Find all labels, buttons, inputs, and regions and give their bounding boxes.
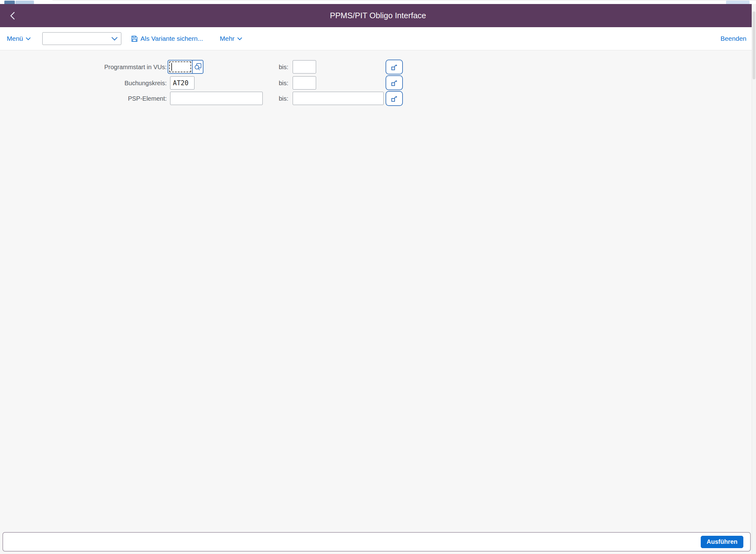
programmstart-von-field[interactable] (168, 60, 203, 74)
psp-element-label: PSP-Element: (31, 92, 167, 105)
psp-element-bis-label: bis: (266, 92, 288, 105)
buchungskreis-bis-input[interactable] (293, 76, 316, 90)
programmstart-bis-label: bis: (266, 60, 288, 74)
browser-tab-strip (0, 0, 756, 4)
exit-button-label: Beenden (720, 35, 746, 42)
execute-button[interactable]: Ausführen (701, 536, 743, 548)
chevron-down-icon (237, 37, 242, 41)
footer-message-bar: Ausführen (2, 532, 751, 552)
menu-button-label: Menü (7, 35, 23, 42)
more-button-label: Mehr (220, 35, 235, 42)
form-row-programmstart: Programmstart in VUs: bis: (0, 60, 432, 74)
programmstart-range-button[interactable] (386, 60, 403, 74)
floppy-disk-icon (131, 35, 138, 42)
selection-screen: Programmstart in VUs: bis: (0, 50, 756, 554)
programmstart-bis-input[interactable] (293, 60, 316, 73)
header-toolbar: Menü Als Variante sichern... Mehr Beende… (0, 27, 756, 50)
psp-element-von-input[interactable] (170, 92, 263, 105)
browser-tab-fragment (726, 1, 750, 4)
psp-element-range-button[interactable] (386, 91, 403, 106)
form-row-psp-element: PSP-Element: bis: (0, 92, 432, 105)
execute-button-label: Ausführen (707, 538, 738, 545)
variant-combobox[interactable] (42, 33, 121, 45)
page-title: PPMS/PIT Obligo Interface (0, 4, 756, 27)
browser-tab-fragment (4, 1, 15, 4)
buchungskreis-label: Buchungskreis: (31, 76, 167, 90)
programmstart-von-focus-rect (169, 61, 191, 72)
buchungskreis-range-button[interactable] (386, 75, 403, 90)
variant-combobox-input[interactable] (43, 33, 111, 45)
value-help-button[interactable] (192, 60, 203, 73)
range-selection-icon (390, 79, 399, 87)
chevron-down-icon[interactable] (111, 37, 118, 41)
vertical-scrollbar[interactable] (752, 4, 756, 554)
exit-button[interactable]: Beenden (720, 35, 746, 42)
programmstart-von-input[interactable] (170, 62, 190, 72)
buchungskreis-bis-label: bis: (266, 76, 288, 90)
menu-button[interactable]: Menü (7, 35, 31, 42)
chevron-down-icon (25, 37, 31, 41)
status-message (7, 533, 701, 551)
psp-element-bis-input[interactable] (293, 92, 384, 105)
text-caret (171, 63, 172, 71)
value-help-magnifier-icon (194, 63, 201, 71)
more-button[interactable]: Mehr (220, 35, 242, 42)
scrollbar-thumb[interactable] (753, 11, 755, 79)
save-variant-label: Als Variante sichern... (140, 35, 203, 42)
shell-header: PPMS/PIT Obligo Interface (0, 4, 756, 27)
range-selection-icon (390, 63, 399, 71)
browser-tab-fragment (15, 1, 34, 4)
browser-window-edge (53, 0, 756, 0)
buchungskreis-von-input[interactable] (170, 76, 194, 90)
programmstart-label: Programmstart in VUs: (31, 60, 167, 74)
save-variant-button[interactable]: Als Variante sichern... (131, 35, 203, 42)
range-selection-icon (390, 95, 399, 103)
form-row-buchungskreis: Buchungskreis: bis: (0, 76, 432, 90)
